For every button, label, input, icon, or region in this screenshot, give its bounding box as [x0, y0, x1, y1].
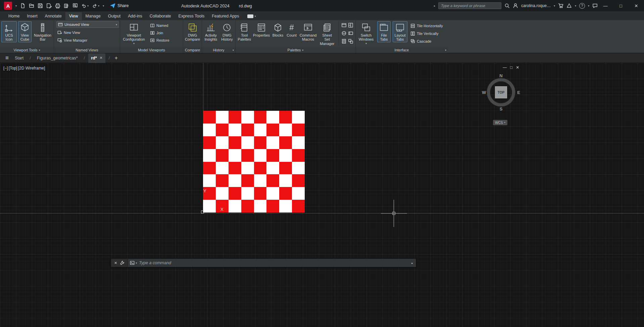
signed-in-user[interactable]: carolina.roque… — [521, 3, 551, 8]
viewport-restore-icon[interactable]: □ — [510, 65, 512, 70]
file-tab-rd-active[interactable]: rd* ✕ — [88, 53, 105, 63]
tab-output[interactable]: Output — [104, 12, 125, 20]
panel-title-history[interactable]: History ▾ — [202, 47, 235, 53]
tab-add-ins[interactable]: Add-ins — [124, 12, 146, 20]
wcs-menu[interactable]: WCS ▾ — [493, 120, 507, 125]
tab-insert[interactable]: Insert — [23, 12, 41, 20]
dwg-history-button[interactable]: DWG History — [220, 21, 234, 42]
new-drawing-tab-button[interactable]: + — [113, 55, 119, 61]
search-input[interactable] — [438, 2, 501, 9]
ucs-icon-button[interactable]: UCS Icon — [1, 21, 17, 42]
new-view-button[interactable]: New View — [56, 30, 81, 36]
cart-icon[interactable] — [558, 3, 563, 8]
user-menu-caret-icon[interactable]: ▾ — [554, 4, 555, 7]
blocks-button[interactable]: Blocks — [271, 21, 285, 38]
new-file-button[interactable] — [20, 3, 26, 8]
activity-insights-button[interactable]: Activity Insights — [203, 21, 218, 42]
search-icon[interactable] — [504, 3, 510, 8]
view-cube-widget[interactable]: N S W E TOP — [483, 74, 519, 111]
materials-browser-icon[interactable] — [341, 31, 347, 36]
tab-manage[interactable]: Manage — [82, 12, 104, 20]
tile-vertically-button[interactable]: Tile Vertically — [409, 31, 444, 37]
viewport-menu-control[interactable]: [−] — [3, 66, 8, 71]
help-caret-icon[interactable]: ▾ — [588, 4, 589, 7]
tab-express-tools[interactable]: Express Tools — [175, 12, 208, 20]
redo-button[interactable]: ▾ — [92, 3, 99, 8]
history-launcher-icon[interactable]: ▾ — [233, 49, 234, 52]
window-close-button[interactable]: ✕ — [629, 0, 644, 11]
cascade-button[interactable]: Cascade — [409, 38, 444, 44]
file-tabs-button[interactable]: File Tabs — [377, 21, 391, 42]
reference-manager-icon[interactable] — [348, 39, 353, 44]
compass-west[interactable]: W — [482, 90, 486, 95]
layout-tabs-button[interactable]: Layout Tabs — [393, 21, 407, 42]
command-history-toggle-icon[interactable]: ▴ — [408, 261, 416, 265]
design-center-icon[interactable] — [348, 22, 353, 28]
tab-collaborate[interactable]: Collaborate — [146, 12, 175, 20]
switch-windows-button[interactable]: Switch Windows ▾ — [357, 21, 375, 46]
app-menu-caret-icon[interactable]: ▾ — [15, 4, 17, 7]
panel-title-named-views[interactable]: Named Views — [54, 47, 120, 53]
window-minimize-button[interactable]: — — [598, 0, 613, 11]
compass-north[interactable]: N — [499, 73, 502, 78]
view-cube-top-face[interactable]: TOP — [495, 86, 507, 98]
dwg-compare-button[interactable]: DWG Compare — [185, 21, 201, 42]
viewport-view-control[interactable]: [Top] — [9, 66, 17, 71]
sheet-set-manager-button[interactable]: Sheet Set Manager — [318, 21, 336, 46]
print-preview-button[interactable] — [72, 3, 78, 8]
command-macros-button[interactable]: Command Macros — [299, 21, 317, 42]
plot-button[interactable] — [55, 3, 60, 8]
file-tab-start[interactable]: Start — [12, 54, 26, 62]
save-as-button[interactable] — [46, 3, 52, 8]
interface-launcher-icon[interactable]: ▾ — [445, 49, 446, 52]
command-input[interactable] — [139, 261, 408, 265]
compass-east[interactable]: E — [517, 90, 520, 95]
panel-title-interface[interactable]: Interface ▾ — [356, 47, 448, 53]
undo-button[interactable]: ▾ — [81, 3, 89, 8]
open-file-button[interactable] — [29, 3, 34, 8]
collapse-search-caret-icon[interactable]: ▸ — [434, 4, 435, 7]
panel-title-palettes[interactable]: Palettes ▾ — [236, 47, 355, 53]
count-button[interactable]: # Count — [286, 21, 298, 38]
markup-import-icon[interactable] — [341, 22, 347, 28]
window-maximize-button[interactable]: □ — [613, 0, 629, 11]
help-button[interactable]: ? — [579, 3, 585, 9]
view-combo[interactable]: Unsaved View ▾ — [56, 21, 119, 28]
feedback-icon[interactable] — [592, 3, 598, 8]
viewport-close-icon[interactable]: ✕ — [516, 65, 519, 70]
share-button[interactable]: Share — [110, 3, 129, 8]
tab-annotate[interactable]: Annotate — [41, 12, 65, 20]
panel-title-compare[interactable]: Compare — [183, 47, 202, 53]
navigation-bar-button[interactable]: Navigation Bar — [33, 21, 52, 42]
panel-title-viewport-tools[interactable]: Viewport Tools ▾ — [0, 47, 54, 53]
tool-palettes-button[interactable]: Tool Palettes — [237, 21, 252, 42]
visual-styles-icon[interactable] — [348, 31, 353, 36]
viewport-visual-style-control[interactable]: [2D Wireframe] — [18, 66, 45, 71]
view-cube-button[interactable]: View Cube — [18, 21, 32, 42]
drawing-canvas[interactable]: [−] [Top] [2D Wireframe] — □ ✕ N S W E T… — [0, 63, 644, 327]
save-button[interactable] — [38, 3, 43, 8]
named-viewports-button[interactable]: Named — [149, 22, 170, 29]
tile-horizontally-button[interactable]: Tile Horizontally — [409, 23, 444, 29]
tab-home[interactable]: Home — [5, 12, 23, 20]
tab-view[interactable]: View — [65, 12, 82, 20]
compass-south[interactable]: S — [500, 106, 503, 111]
tab-featured-apps[interactable]: Featured Apps — [208, 12, 243, 20]
calculator-icon[interactable] — [341, 39, 347, 44]
viewport-minimize-icon[interactable]: — — [503, 65, 507, 70]
file-tab-close-icon[interactable]: ✕ — [100, 56, 103, 60]
publish-button[interactable] — [64, 3, 69, 8]
checkerboard[interactable] — [203, 111, 305, 213]
command-close-icon[interactable]: ✕ — [114, 261, 117, 265]
command-line-bar[interactable]: ✕ ▾ ▴ — [111, 259, 416, 267]
recent-commands-button[interactable]: ▾ — [128, 261, 139, 265]
autocad-logo[interactable]: A — [4, 2, 12, 10]
qat-customize-caret-icon[interactable]: ▾ — [103, 4, 104, 7]
redo-caret-icon[interactable]: ▾ — [98, 4, 99, 7]
ribbon-display-toggle[interactable]: ▾ — [247, 14, 256, 20]
join-viewports-button[interactable]: Join — [149, 30, 170, 36]
file-tab-figuras-geometricas[interactable]: Figuras_geometricas* — [34, 54, 81, 62]
undo-caret-icon[interactable]: ▾ — [87, 4, 89, 7]
apps-caret-icon[interactable]: ▾ — [575, 4, 576, 7]
autodesk-apps-icon[interactable] — [566, 3, 572, 8]
